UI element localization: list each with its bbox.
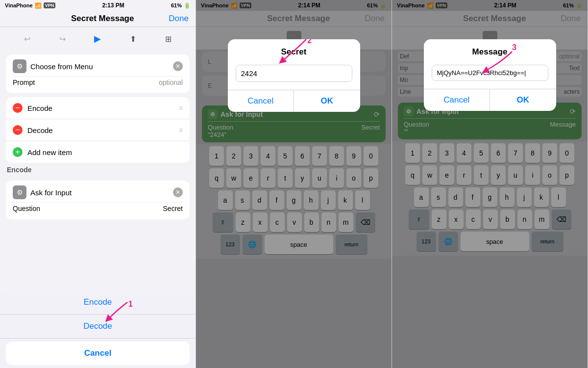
block-field-prompt: Prompt optional [13, 76, 183, 88]
block-title-row-1: ⚙ Choose from Menu [13, 59, 93, 73]
nav-done-1[interactable]: Done [169, 14, 189, 24]
toolbar-1: ↩ ↪ ▶ ⬆ ⊞ [0, 27, 196, 51]
redo-btn-1[interactable]: ↪ [55, 31, 71, 47]
undo-btn-1[interactable]: ↩ [20, 31, 35, 47]
add-label: Add new item [27, 148, 72, 157]
drag-handle-encode: ≡ [179, 104, 183, 112]
carrier-1: VinaPhone [5, 2, 33, 8]
question-label-1: Question [13, 205, 40, 212]
action-encode[interactable]: Encode [0, 290, 196, 315]
modal-overlay-3: Message Cancel OK 3 [392, 0, 588, 368]
block-header-1: ⚙ Choose from Menu ✕ [13, 59, 183, 73]
menu-list-1: − Encode ≡ − Decode ≡ + Add new item [6, 97, 190, 163]
question-value-1: Secret [163, 205, 183, 212]
ask-field-question-1: Question Secret [13, 202, 183, 214]
modal-ok-2[interactable]: OK [294, 90, 360, 112]
block-title-1: Choose from Menu [30, 62, 93, 71]
action-cancel[interactable]: Cancel [6, 342, 190, 365]
modal-box-2: Secret Cancel OK 2 [228, 39, 360, 112]
panel-1: VinaPhone 📶 VPN 2:13 PM 61% 🔋 Secret Mes… [0, 0, 196, 368]
modal-input-3[interactable] [432, 65, 548, 81]
modal-buttons-2: Cancel OK [228, 90, 360, 112]
menu-item-encode[interactable]: − Encode ≡ [6, 97, 190, 119]
ask-for-input-block-1: ⚙ Ask for Input ✕ Question Secret [6, 181, 190, 219]
menu-item-decode-left: − Decode [13, 125, 53, 135]
block-close-1[interactable]: ✕ [173, 61, 183, 71]
encode-label: Encode [27, 104, 52, 112]
encode-section-header: Encode [0, 163, 196, 177]
modal-box-3: Message Cancel OK 3 [424, 39, 556, 111]
drag-handle-decode: ≡ [179, 126, 183, 134]
plus-icon-add[interactable]: + [13, 147, 23, 157]
modal-ok-3[interactable]: OK [490, 89, 556, 111]
status-bar-1: VinaPhone 📶 VPN 2:13 PM 61% 🔋 [0, 0, 196, 11]
ask-block-header-1: ⚙ Ask for Input ✕ [13, 185, 183, 199]
nav-bar-1: Secret Message Done [0, 11, 196, 27]
prompt-label: Prompt [13, 79, 35, 86]
ask-title-row-1: ⚙ Ask for Input [13, 185, 72, 199]
ask-title-1: Ask for Input [30, 188, 72, 197]
block-icon-1: ⚙ [13, 59, 26, 73]
decode-label: Decode [27, 126, 53, 134]
minus-icon-decode[interactable]: − [13, 125, 23, 135]
modal-input-area-2 [228, 61, 360, 90]
modal-buttons-3: Cancel OK [424, 89, 556, 111]
battery-1: 61% [171, 2, 182, 8]
battery-icon-1: 🔋 [184, 2, 191, 9]
minus-icon-encode[interactable]: − [13, 103, 23, 113]
modal-title-2: Secret [228, 39, 360, 61]
ask-icon-1: ⚙ [13, 185, 26, 199]
wifi-icon: 📶 [35, 2, 42, 9]
share-btn-1[interactable]: ⬆ [125, 31, 141, 47]
prompt-value: optional [159, 79, 183, 86]
modal-overlay-2: Secret Cancel OK 2 [196, 0, 392, 368]
menu-item-encode-left: − Encode [13, 103, 52, 113]
vpn-badge-1: VPN [44, 2, 56, 8]
modal-input-area-3 [424, 61, 556, 89]
action-decode[interactable]: Decode 1 [0, 315, 196, 339]
modal-cancel-2[interactable]: Cancel [228, 90, 294, 112]
modal-input-2[interactable] [236, 65, 352, 82]
time-1: 2:13 PM [102, 2, 124, 9]
status-right-1: 61% 🔋 [171, 2, 191, 9]
settings-btn-1[interactable]: ⊞ [160, 31, 176, 47]
panel-3: VinaPhone 📶 VPN 2:14 PM 61% 🔋 Secret Mes… [392, 0, 588, 368]
choose-from-menu-block: ⚙ Choose from Menu ✕ Prompt optional [6, 54, 190, 93]
panel-2: VinaPhone 📶 VPN 2:14 PM 61% 🔋 Secret Mes… [196, 0, 392, 368]
nav-title-1: Secret Message [71, 14, 134, 24]
modal-cancel-3[interactable]: Cancel [424, 89, 490, 111]
menu-item-add[interactable]: + Add new item [6, 141, 190, 163]
status-left-1: VinaPhone 📶 VPN [5, 2, 55, 9]
modal-title-3: Message [424, 39, 556, 61]
menu-item-add-left: + Add new item [13, 147, 72, 157]
action-sheet-1: Encode Decode 1 Cancel [0, 290, 196, 368]
play-btn-1[interactable]: ▶ [90, 31, 105, 47]
ask-close-1[interactable]: ✕ [173, 187, 183, 197]
menu-item-decode[interactable]: − Decode ≡ [6, 119, 190, 141]
